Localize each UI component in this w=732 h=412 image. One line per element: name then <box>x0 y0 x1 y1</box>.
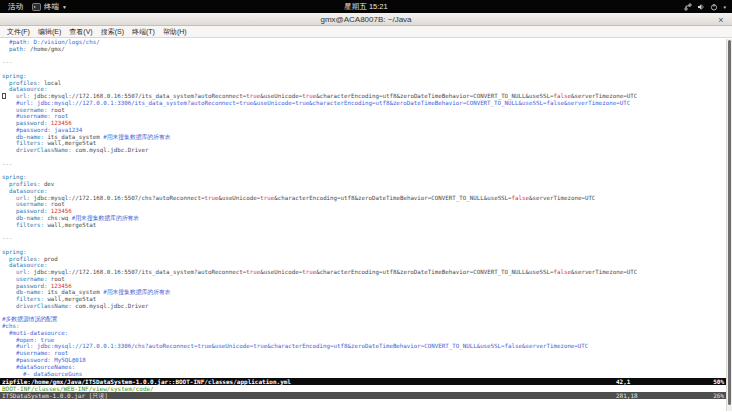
editor-line <box>2 228 732 235</box>
vim-statusline-active: zipfile:/home/gmx/Java/ITSDataSystem-1.0… <box>0 378 732 385</box>
editor-line: profiles: local <box>2 80 732 87</box>
menu-item[interactable]: 编辑(E) <box>34 27 65 37</box>
editor-line: #dataSourceNames: <box>2 364 732 371</box>
statusline-filename: zipfile:/home/gmx/Java/ITSDataSystem-1.0… <box>2 378 616 385</box>
vim-statusline-inactive: ITSDataSystem-1.0.0.jar [只读] 281,18 26% <box>0 392 732 399</box>
network-icon <box>684 3 692 11</box>
editor-line: spring: <box>2 73 732 80</box>
editor-line: profiles: dev <box>2 181 732 188</box>
editor-line: #password: MySQL@018 <box>2 357 732 364</box>
menu-item[interactable]: 搜索(S) <box>97 27 128 37</box>
editor-line <box>2 242 732 249</box>
terminal-scrollbar[interactable] <box>726 39 732 411</box>
editor-line: #url: jdbc:mysql://127.0.0.1:3306/its_da… <box>2 100 732 107</box>
vim-editor-text[interactable]: #path: D:/vision/logs/chs/ path: /home/g… <box>0 38 732 378</box>
editor-line <box>2 168 732 175</box>
editor-line: --- <box>2 161 732 168</box>
editor-line <box>2 53 732 60</box>
terminal-menu-bar: 文件(F)编辑(E)查看(V)搜索(S)终端(T)帮助(H) <box>0 26 732 38</box>
editor-line: db-name: its_data_system #用来搜集数据库的所有表 <box>2 289 732 296</box>
window-title-bar[interactable]: gmx@ACA8007B: ~/Java × <box>0 13 732 26</box>
caret-down-icon: ▾ <box>723 4 726 10</box>
editor-line: filters: wall,mergeStat <box>2 140 732 147</box>
editor-line: url: jdbc:mysql://172.168.0.16:5507/its_… <box>2 269 732 276</box>
statusline-cursor-position: 281,18 <box>616 392 696 399</box>
editor-line: password: 123456 <box>2 120 732 127</box>
desktop: 活动 终端 ▼ 星期五 15:21 ▾ gmx@ACA8007B: ~/Java… <box>0 0 732 412</box>
statusline-cursor-position: 42,1 <box>616 378 696 385</box>
terminal-icon <box>32 3 41 11</box>
editor-line: spring: <box>2 249 732 256</box>
scrollbar-thumb[interactable] <box>728 40 731 405</box>
editor-line: #username: root <box>2 350 732 357</box>
app-menu-terminal[interactable]: 终端 ▼ <box>32 2 67 12</box>
menu-item[interactable]: 终端(T) <box>128 27 159 37</box>
editor-line: #path: D:/vision/logs/chs/ <box>2 39 732 46</box>
vim-command-line[interactable] <box>0 399 732 412</box>
editor-line: password: 123456 <box>2 208 732 215</box>
editor-line <box>2 310 732 317</box>
editor-line: filters: wall,mergeStat <box>2 222 732 229</box>
clock[interactable]: 星期五 15:21 <box>344 2 387 12</box>
editor-line: path: /home/gmx/ <box>2 46 732 53</box>
editor-line: datasource: <box>2 86 732 93</box>
editor-line: --- <box>2 235 732 242</box>
chevron-down-icon: ▼ <box>62 4 67 10</box>
editor-line: #open: true <box>2 337 732 344</box>
editor-line: #username: root <box>2 113 732 120</box>
volume-icon <box>697 3 705 11</box>
terminal-window: #path: D:/vision/logs/chs/ path: /home/g… <box>0 38 732 412</box>
editor-line: username: root <box>2 107 732 114</box>
editor-line: --- <box>2 59 732 66</box>
editor-line: #多数据源情况的配置 <box>2 316 732 323</box>
gnome-top-bar: 活动 终端 ▼ 星期五 15:21 ▾ <box>0 0 732 13</box>
editor-line: #- dataSourceGuns <box>2 371 732 378</box>
menu-item[interactable]: 查看(V) <box>65 27 96 37</box>
system-status-area[interactable]: ▾ <box>684 3 732 11</box>
editor-line: #password: java1234 <box>2 127 732 134</box>
statusline-filename: ITSDataSystem-1.0.0.jar [只读] <box>2 392 616 399</box>
editor-line: username: root <box>2 276 732 283</box>
editor-line: #chs: <box>2 323 732 330</box>
editor-line: datasource: <box>2 188 732 195</box>
editor-line: db-name: chs:wq #用来搜集数据库的所有表 <box>2 215 732 222</box>
editor-line: username: root <box>2 201 732 208</box>
close-icon[interactable]: × <box>715 13 727 26</box>
editor-line: datasource: <box>2 262 732 269</box>
editor-line: db-name: its_data_system #用来搜集数据库的所有表 <box>2 134 732 141</box>
statusline-scroll-percent: 26% <box>696 392 730 399</box>
editor-line: driverClassName: com.mysql.jdbc.Driver <box>2 147 732 154</box>
editor-line <box>2 66 732 73</box>
menu-item[interactable]: 帮助(H) <box>159 27 191 37</box>
editor-line: driverClassName: com.mysql.jdbc.Driver <box>2 303 732 310</box>
editor-line: #muti-datasource: <box>2 330 732 337</box>
statusline-scroll-percent: 50% <box>696 378 730 385</box>
editor-line: url: jdbc:mysql://172.168.0.16:5507/its_… <box>2 93 732 100</box>
editor-line: #url: jdbc:mysql://127.0.0.1:3306/chs?au… <box>2 343 732 350</box>
editor-line: profiles: prod <box>2 256 732 263</box>
editor-line <box>2 154 732 161</box>
power-icon <box>710 3 718 11</box>
app-menu-label: 终端 <box>44 2 59 12</box>
netrw-directory-line[interactable]: BOOT-INF/classes/WEB-INF/view/system/cod… <box>0 385 732 392</box>
menu-item[interactable]: 文件(F) <box>3 27 34 37</box>
editor-line: url: jdbc:mysql://172.168.0.16:5507/chs?… <box>2 195 732 202</box>
activities-button[interactable]: 活动 <box>8 2 23 12</box>
editor-line: spring: <box>2 174 732 181</box>
editor-line: filters: wall,mergeStat <box>2 296 732 303</box>
window-title: gmx@ACA8007B: ~/Java <box>320 15 411 24</box>
